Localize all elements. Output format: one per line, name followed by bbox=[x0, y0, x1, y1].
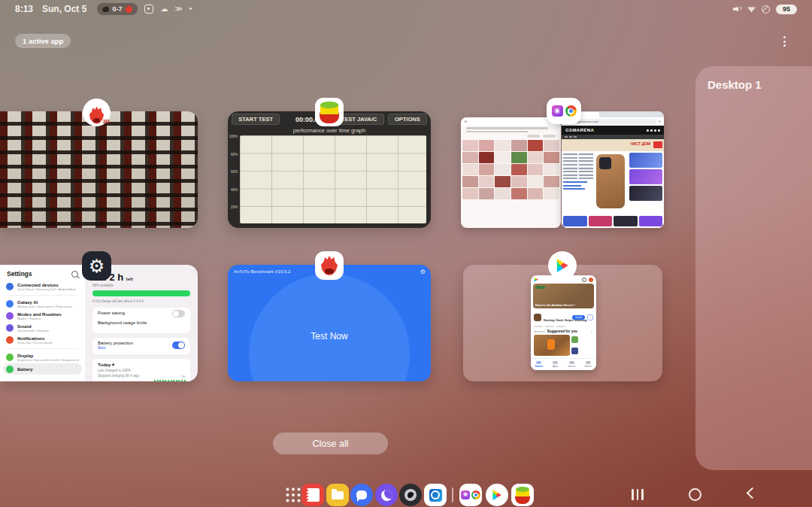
game-thumbnail bbox=[534, 335, 570, 356]
play-logo-icon bbox=[534, 278, 538, 282]
play-nav-apps: Apps bbox=[547, 359, 564, 370]
task-card-antutu-3d[interactable] bbox=[0, 111, 198, 228]
menu-icon bbox=[659, 120, 661, 123]
spec-table bbox=[563, 153, 593, 191]
outlook-icon[interactable] bbox=[424, 484, 447, 506]
home-button[interactable] bbox=[689, 488, 701, 501]
settings-app-icon[interactable]: ⚙ bbox=[82, 251, 111, 281]
settings-item-sound: SoundSound mode • Ringtone bbox=[0, 322, 85, 334]
task-card-play-store[interactable]: Hunt in the Arabian Desert ! Hunting Cla… bbox=[463, 265, 662, 381]
wifi-off-icon bbox=[747, 6, 756, 13]
camera-icon[interactable] bbox=[399, 484, 422, 506]
antutu-settings-icon: ⚙ bbox=[420, 269, 426, 275]
address-bar: gsmarena.com bbox=[574, 119, 656, 124]
performance-graph bbox=[240, 135, 426, 223]
item-icon bbox=[6, 312, 14, 320]
samsung-notes-icon[interactable] bbox=[301, 484, 324, 506]
suggested-heading: Suggested for you bbox=[547, 329, 587, 333]
dot-icon: • bbox=[189, 5, 192, 13]
samsung-internet-icon[interactable] bbox=[375, 484, 398, 506]
close-all-button[interactable]: Close all bbox=[273, 433, 388, 454]
play-bottom-nav: GamesAppsSearchBooks bbox=[531, 358, 596, 370]
temperature-range: 0-7 bbox=[112, 5, 122, 13]
gallery-window bbox=[461, 117, 561, 228]
no-signal-icon bbox=[762, 5, 770, 14]
antutu-app-icon[interactable] bbox=[315, 251, 344, 280]
app-pair-icon[interactable]: ✳ bbox=[547, 98, 581, 124]
item-icon bbox=[6, 354, 14, 361]
graph-y-axis: 100%80%60%40%20% bbox=[228, 135, 239, 226]
date: Sun, Oct 5 bbox=[42, 4, 86, 14]
my-files-icon[interactable] bbox=[326, 484, 349, 506]
cloud-icon: ☁ bbox=[160, 5, 168, 13]
avatar bbox=[589, 278, 593, 282]
settings-sidebar: Settings Connected devicesQuick Share • … bbox=[0, 265, 85, 381]
status-bar: 8:13 Sun, Oct 5 0-7 ☁ ≫ • 95 bbox=[0, 0, 812, 18]
active-apps-button[interactable]: 1 active app bbox=[15, 34, 71, 48]
clock: 8:13 bbox=[15, 4, 33, 14]
search-icon bbox=[71, 271, 78, 278]
settings-title: Settings bbox=[7, 270, 32, 278]
messages-icon[interactable] bbox=[350, 484, 373, 506]
settings-sidebar-list: Connected devicesQuick Share • Samsung D… bbox=[0, 281, 85, 375]
battery-indicator: 95 bbox=[776, 5, 797, 14]
battery-level-bar bbox=[92, 290, 190, 296]
back-button[interactable] bbox=[747, 487, 759, 499]
settings-item-connected-devices: Connected devicesQuick Share • Samsung D… bbox=[0, 281, 85, 293]
gsmarena-logo: GSMARENA bbox=[565, 128, 594, 132]
play-nav-books: Books bbox=[580, 359, 596, 370]
event-badge bbox=[535, 286, 545, 289]
install-button: Install bbox=[572, 315, 585, 320]
cylinder-icon bbox=[320, 101, 339, 123]
play-store-window: Hunt in the Arabian Desert ! Hunting Cla… bbox=[531, 275, 596, 370]
antutu-notification-icon bbox=[125, 5, 132, 14]
battery-usage-chart: 100 bbox=[154, 376, 186, 381]
recent-app-pair-icon[interactable]: ✳ bbox=[459, 484, 482, 506]
more-options-icon[interactable] bbox=[779, 35, 789, 48]
ad-banner: ЧИСТ ДОМ bbox=[562, 139, 664, 151]
recent-cpu-test-icon[interactable] bbox=[511, 484, 534, 506]
notification-pill[interactable]: 0-7 bbox=[97, 3, 138, 15]
overflow-icon: ⋮ bbox=[589, 329, 593, 332]
photo-grid bbox=[461, 140, 561, 199]
item-icon bbox=[6, 336, 14, 344]
screen-capture-icon bbox=[144, 5, 153, 14]
today-dropdown: Today bbox=[98, 363, 111, 367]
desktop-panel[interactable]: Desktop 1 bbox=[695, 66, 812, 470]
chrome-icon bbox=[565, 105, 577, 117]
chrome-window: GSMArena gsmarena.com GSMARENA ЧИСТ ДОМ bbox=[562, 111, 664, 228]
item-icon bbox=[6, 283, 14, 290]
search-icon bbox=[582, 278, 586, 282]
gallery-icon: ✳ bbox=[552, 105, 563, 117]
gear-icon: ⚙ bbox=[89, 257, 105, 275]
antutu-3d-app-icon[interactable]: 3D bbox=[83, 99, 111, 126]
wishlist-button bbox=[587, 314, 593, 320]
play-nav-search: Search bbox=[564, 359, 580, 370]
settings-item-display: DisplayBrightness • Eye comfort shield •… bbox=[0, 351, 85, 363]
recent-play-store-icon[interactable] bbox=[486, 484, 508, 506]
task-card-cpu-test[interactable]: START TEST00:00.0TEST JAVA/COPTIONS perf… bbox=[228, 111, 431, 228]
start-test-button: START TEST bbox=[232, 114, 280, 125]
site-menu-icons bbox=[647, 129, 660, 132]
task-card-settings[interactable]: Settings Connected devicesQuick Share • … bbox=[0, 265, 198, 381]
item-icon bbox=[6, 300, 14, 308]
app-thumbnail bbox=[534, 314, 541, 321]
flame-icon bbox=[320, 256, 338, 275]
antutu-version: AnTuTu Benchmark V10.5.2 bbox=[234, 269, 290, 274]
recents-button[interactable] bbox=[632, 489, 645, 500]
cpu-test-app-icon[interactable] bbox=[315, 98, 344, 126]
settings-item-galaxy-ai: Galaxy AIWriting assist • Note assist • … bbox=[0, 298, 85, 310]
thumbnail-strip bbox=[563, 216, 662, 226]
settings-item-modes-and-routines: Modes and RoutinesModes • Routines bbox=[0, 310, 85, 322]
play-store-app-icon[interactable] bbox=[548, 251, 577, 280]
task-card-antutu[interactable]: AnTuTu Benchmark V10.5.2 ⚙ Test Now bbox=[228, 265, 431, 381]
item-icon bbox=[6, 366, 14, 373]
recents-screen: 8:13 Sun, Oct 5 0-7 ☁ ≫ • 95 1 active ap… bbox=[0, 0, 812, 507]
task-card-app-pair[interactable]: GSMArena gsmarena.com GSMARENA ЧИСТ ДОМ bbox=[461, 111, 664, 228]
test-circle bbox=[249, 274, 410, 381]
full-charge-note: A full charge will last about 4 d 4 h bbox=[92, 299, 190, 303]
background-limits-label: Background usage limits bbox=[98, 320, 185, 325]
thumbnail-column bbox=[629, 153, 662, 201]
3d-label: 3D bbox=[102, 118, 110, 125]
settings-item-notifications: NotificationsStatus bar • Do not disturb bbox=[0, 334, 85, 346]
